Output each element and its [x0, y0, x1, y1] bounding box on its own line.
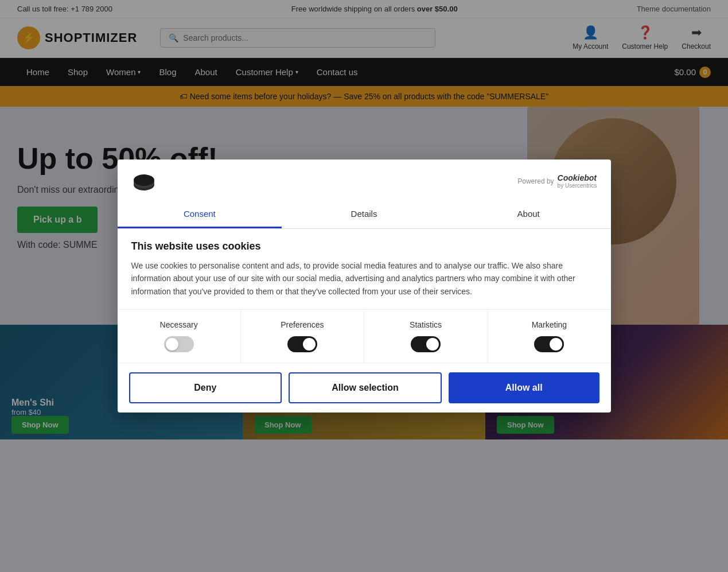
cookie-modal: Powered by Cookiebot by Usercentrics Con…: [118, 159, 611, 413]
svg-point-2: [134, 174, 154, 186]
toggle-preferences-switch[interactable]: [287, 336, 317, 352]
toggle-preferences-label: Preferences: [281, 320, 324, 329]
toggle-necessary-knob: [166, 338, 178, 351]
toggle-statistics: Statistics: [364, 310, 488, 363]
allow-selection-button[interactable]: Allow selection: [289, 372, 442, 403]
cookie-header: Powered by Cookiebot by Usercentrics: [118, 159, 611, 194]
toggle-marketing-switch[interactable]: [534, 336, 564, 352]
deny-button[interactable]: Deny: [129, 372, 282, 403]
cookiebot-logo: [131, 169, 157, 194]
toggle-statistics-knob: [426, 338, 439, 351]
toggle-statistics-switch[interactable]: [411, 336, 441, 352]
toggle-marketing-knob: [550, 338, 562, 351]
toggle-preferences-knob: [303, 338, 316, 351]
cookie-body: This website uses cookies We use cookies…: [118, 229, 611, 309]
cookie-toggles: Necessary Preferences Statistics Marketi…: [118, 309, 611, 363]
cookie-overlay: Powered by Cookiebot by Usercentrics Con…: [0, 0, 728, 439]
allow-all-button[interactable]: Allow all: [449, 372, 599, 403]
cookiebot-brand-name: Cookiebot by Usercentrics: [558, 173, 597, 189]
tab-about[interactable]: About: [446, 201, 611, 228]
toggle-necessary: Necessary: [118, 310, 241, 363]
toggle-necessary-switch[interactable]: [164, 336, 194, 352]
toggle-necessary-label: Necessary: [160, 320, 198, 329]
toggle-marketing-label: Marketing: [532, 320, 567, 329]
tab-details[interactable]: Details: [282, 201, 446, 228]
cookiebot-brand: Powered by Cookiebot by Usercentrics: [517, 173, 597, 189]
cookie-tabs: Consent Details About: [118, 201, 611, 229]
cookie-title: This website uses cookies: [131, 240, 597, 252]
toggle-preferences: Preferences: [241, 310, 364, 363]
cookie-description: We use cookies to personalise content an…: [131, 259, 597, 298]
toggle-statistics-label: Statistics: [410, 320, 442, 329]
cookie-action-buttons: Deny Allow selection Allow all: [118, 363, 611, 413]
toggle-marketing: Marketing: [488, 310, 610, 363]
tab-consent[interactable]: Consent: [118, 201, 282, 228]
